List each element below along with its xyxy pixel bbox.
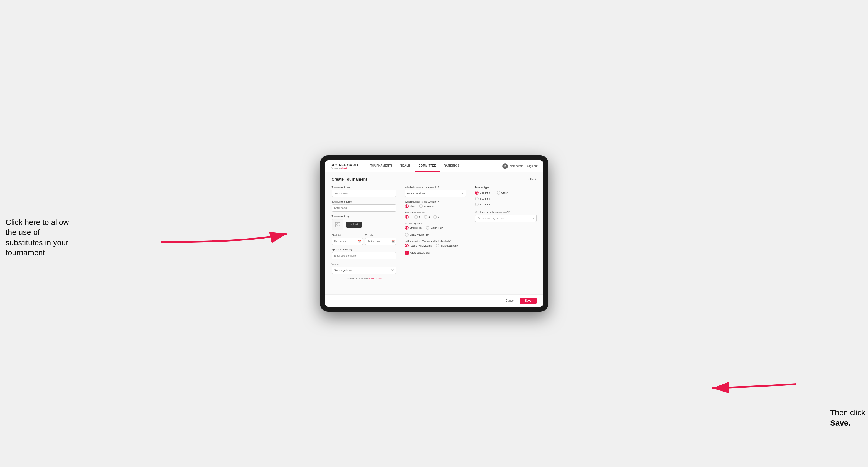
tournament-logo-label: Tournament logo (332, 215, 396, 218)
medal-match-play[interactable]: Medal Match Play (405, 233, 430, 237)
tournament-name-section: Tournament name (332, 200, 396, 212)
gender-womens[interactable]: Womens (419, 204, 434, 208)
start-date-label: Start date (332, 234, 363, 237)
format-6count4-radio[interactable] (475, 197, 479, 200)
rounds-radio-group: 1 2 3 4 (405, 215, 466, 219)
stroke-play[interactable]: Stroke Play (405, 226, 423, 229)
nav-right: B blair admin | Sign out (502, 163, 537, 169)
division-select[interactable]: NCAA Division I (405, 190, 466, 197)
teams-radio-group: Teams (+Individuals) Individuals Only (405, 244, 466, 247)
form-col-middle: Which division is the event for? NCAA Di… (402, 186, 466, 280)
venue-select[interactable]: Search golf club (332, 267, 396, 274)
form-col-right: Format type 5 count 4 Other (472, 186, 536, 280)
cant-find-text: Can't find your venue? email support (332, 277, 396, 280)
logo-upload-area: Upload (332, 219, 396, 230)
svg-point-1 (336, 223, 337, 224)
round-3-radio[interactable] (424, 215, 428, 219)
round-2[interactable]: 2 (414, 215, 421, 219)
round-4-radio[interactable] (433, 215, 437, 219)
scoring-system-section: Scoring system Stroke Play Match Play (405, 222, 466, 237)
allow-substitutes-checkbox[interactable] (405, 251, 409, 255)
annotation-left: Click here to allow the use of substitut… (6, 217, 69, 258)
sponsor-section: Sponsor (optional) (332, 248, 396, 259)
scoring-service-section: Use third-party live scoring API? Select… (475, 211, 536, 222)
round-3[interactable]: 3 (424, 215, 430, 219)
format-5count4[interactable]: 5 count 4 (475, 191, 490, 194)
teams-plus-individuals[interactable]: Teams (+Individuals) (405, 244, 433, 247)
nav-rankings[interactable]: RANKINGS (440, 160, 463, 172)
gender-radio-group: Mens Womens (405, 204, 466, 208)
individuals-only-radio[interactable] (436, 244, 439, 247)
gender-section: Which gender is the event for? Mens Wome… (405, 200, 466, 208)
gender-womens-radio[interactable] (419, 204, 423, 208)
format-type-label: Format type (475, 186, 536, 189)
allow-substitutes-item[interactable]: Allow substitutes? (405, 251, 466, 255)
nav-links: TOURNAMENTS TEAMS COMMITTEE RANKINGS (366, 160, 502, 172)
main-content: Create Tournament ‹ Back Tournament Host… (325, 172, 543, 294)
page-title: Create Tournament (332, 177, 367, 182)
sponsor-label: Sponsor (optional) (332, 248, 396, 251)
round-2-radio[interactable] (414, 215, 418, 219)
nav-tournaments[interactable]: TOURNAMENTS (366, 160, 397, 172)
division-section: Which division is the event for? NCAA Di… (405, 186, 466, 197)
format-type-group: 5 count 4 Other (475, 191, 536, 206)
tournament-name-label: Tournament name (332, 200, 396, 203)
match-play[interactable]: Match Play (426, 226, 443, 229)
tournament-host-input[interactable] (332, 190, 396, 197)
format-row-1: 5 count 4 Other (475, 191, 536, 194)
tournament-host-label: Tournament Host (332, 186, 396, 189)
nav-teams[interactable]: TEAMS (397, 160, 415, 172)
tournament-host-section: Tournament Host (332, 186, 396, 197)
email-support-link[interactable]: email support (369, 277, 382, 280)
medal-match-play-radio[interactable] (405, 233, 408, 237)
image-icon (335, 222, 340, 227)
nav-committee[interactable]: COMMITTEE (415, 160, 440, 172)
teams-label: Is this event for Teams and/or Individua… (405, 240, 466, 243)
round-1[interactable]: 1 (405, 215, 411, 219)
form-col-left: Tournament Host Tournament name Tourname… (332, 186, 396, 280)
cancel-button[interactable]: Cancel (503, 298, 517, 304)
teams-section: Is this event for Teams and/or Individua… (405, 240, 466, 247)
tablet-shell: SCOREBOARD Powered by clippd TOURNAMENTS… (320, 155, 548, 312)
stroke-play-radio[interactable] (405, 226, 408, 229)
end-date-wrapper: 📅 (365, 238, 396, 245)
save-button[interactable]: Save (520, 298, 536, 304)
format-6count4[interactable]: 6 count 4 (475, 197, 490, 200)
teams-radio[interactable] (405, 244, 408, 247)
sponsor-input[interactable] (332, 252, 396, 259)
tournament-name-input[interactable] (332, 204, 396, 212)
division-label: Which division is the event for? (405, 186, 466, 189)
allow-substitutes-label: Allow substitutes? (410, 251, 430, 254)
round-4[interactable]: 4 (433, 215, 439, 219)
gender-label: Which gender is the event for? (405, 200, 466, 203)
rounds-label: Number of rounds (405, 211, 466, 214)
match-play-radio[interactable] (426, 226, 429, 229)
back-link[interactable]: ‹ Back (528, 178, 536, 181)
svg-rect-0 (335, 222, 340, 227)
format-5count4-radio[interactable] (475, 191, 479, 194)
brand-tagline: Powered by clippd (331, 167, 358, 169)
logo-placeholder (332, 219, 343, 230)
format-other[interactable]: Other (497, 191, 508, 194)
date-row: Start date 📅 End date 📅 (332, 234, 396, 245)
start-date-wrapper: 📅 (332, 238, 363, 245)
format-6count5[interactable]: 6 count 5 (475, 203, 490, 206)
annotation-right: Then click Save. (830, 408, 865, 428)
format-6count5-radio[interactable] (475, 203, 479, 206)
format-other-radio[interactable] (497, 191, 500, 194)
sign-out-link[interactable]: Sign out (527, 164, 538, 167)
format-row-2: 6 count 4 (475, 197, 536, 200)
end-date-label: End date (365, 234, 396, 237)
gender-mens-radio[interactable] (405, 204, 408, 208)
gender-mens[interactable]: Mens (405, 204, 416, 208)
scoring-service-select[interactable]: Select a scoring service (475, 215, 536, 222)
upload-button[interactable]: Upload (346, 221, 362, 228)
rounds-section: Number of rounds 1 2 (405, 211, 466, 219)
username: blair admin (509, 164, 523, 167)
form-grid: Tournament Host Tournament name Tourname… (332, 186, 536, 280)
scoring-service-label: Use third-party live scoring API? (475, 211, 536, 214)
individuals-only[interactable]: Individuals Only (436, 244, 458, 247)
brand: SCOREBOARD Powered by clippd (331, 163, 358, 169)
round-1-radio[interactable] (405, 215, 408, 219)
nav-divider: | (525, 164, 526, 167)
